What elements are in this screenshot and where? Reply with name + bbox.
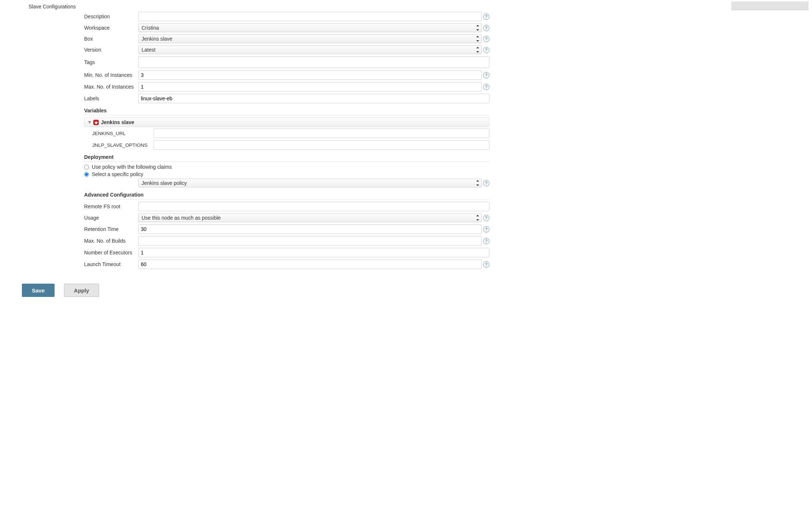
label-remote-fs: Remote FS root [84,204,138,209]
help-icon[interactable]: ? [483,25,489,31]
deploy-radio-specific[interactable] [84,172,89,177]
deployment-header: Deployment [84,152,489,162]
help-icon[interactable]: ? [483,238,489,244]
help-icon[interactable]: ? [483,226,489,232]
help-icon[interactable]: ? [483,84,489,90]
label-min-instances: Min. No. of Instances [84,72,138,78]
retention-input[interactable] [138,224,482,234]
jnlp-slave-options-input[interactable] [154,140,489,150]
label-labels: Labels [84,96,138,101]
help-icon[interactable]: ? [483,36,489,42]
min-instances-input[interactable] [138,70,482,80]
label-description: Description [84,14,138,19]
label-max-instances: Max. No. of Instances [84,84,138,90]
tags-input[interactable] [138,56,489,68]
deploy-option-specific-label: Select a specific policy [92,171,143,177]
max-builds-input[interactable] [138,236,482,246]
help-icon[interactable]: ? [483,72,489,78]
labels-input[interactable] [138,94,489,103]
label-version: Version [84,47,138,53]
label-retention: Retention Time [84,226,138,232]
help-icon[interactable]: ? [483,47,489,53]
remote-fs-input[interactable] [138,202,489,211]
box-select[interactable]: Jenkins slave [138,34,482,43]
help-icon[interactable]: ? [483,261,489,268]
save-button[interactable]: Save [22,284,54,297]
description-input[interactable] [138,12,482,21]
variables-header: Variables [84,105,489,115]
help-icon[interactable]: ? [483,180,489,186]
label-tags: Tags [84,59,138,65]
label-max-builds: Max. No. of Builds [84,238,138,244]
variables-group-header[interactable]: ◆ Jenkins slave [84,118,489,127]
workspace-select[interactable]: Cristina [138,23,482,32]
executors-input[interactable] [138,248,489,257]
usage-select[interactable]: Use this node as much as possible [138,213,482,222]
box-icon: ◆ [93,120,99,125]
label-workspace: Workspace [84,25,138,31]
label-box: Box [84,36,138,42]
label-jnlp-slave-options: JNLP_SLAVE_OPTIONS [92,142,154,148]
collapsed-top-button[interactable] [732,1,808,10]
deploy-option-claims-label: Use policy with the following claims [92,164,172,170]
label-usage: Usage [84,215,138,221]
collapse-icon [88,121,91,124]
deploy-radio-claims[interactable] [84,165,89,169]
max-instances-input[interactable] [138,82,482,92]
apply-button[interactable]: Apply [64,284,99,297]
advanced-header: Advanced Configuration [84,190,489,200]
policy-select[interactable]: Jenkins slave policy [138,179,482,187]
label-jenkins-url: JENKINS_URL [92,131,154,136]
version-select[interactable]: Latest [138,45,482,54]
jenkins-url-input[interactable] [154,128,489,138]
section-title: Slave Configurations [0,4,494,10]
label-executors: Number of Executors [84,250,138,256]
variables-group-name: Jenkins slave [101,119,134,125]
help-icon[interactable]: ? [483,215,489,221]
help-icon[interactable]: ? [483,14,489,20]
label-launch-timeout: Launch Timeout [84,261,138,267]
launch-timeout-input[interactable] [138,260,482,269]
